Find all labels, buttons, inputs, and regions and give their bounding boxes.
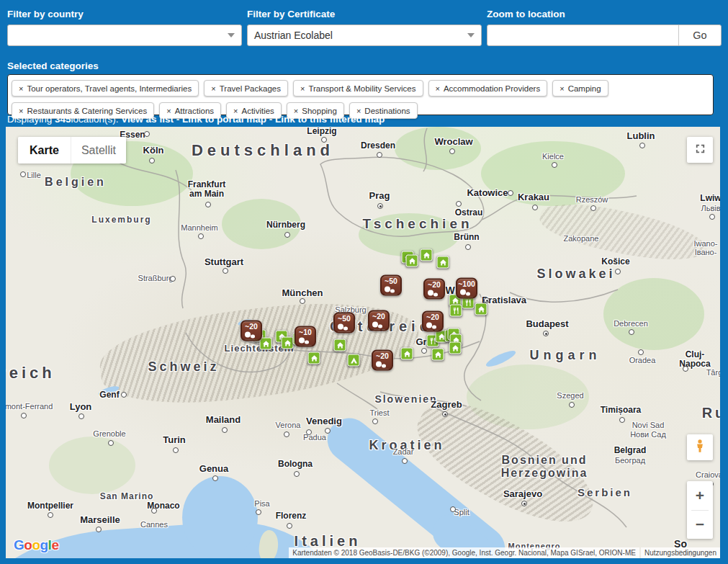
- city-dot-marker: [212, 475, 218, 481]
- country-label: Tschechien: [362, 216, 472, 231]
- town-label: Mannheim: [181, 223, 217, 232]
- city-dot-marker: [170, 276, 176, 282]
- city-label: Budapest: [526, 319, 568, 330]
- google-logo-letter: o: [32, 537, 40, 552]
- remove-icon[interactable]: ×: [300, 84, 305, 93]
- city-label: Belgrad: [614, 446, 647, 455]
- house-marker[interactable]: [401, 348, 413, 360]
- cluster-marker[interactable]: ~50: [333, 313, 355, 334]
- house-marker[interactable]: [421, 249, 433, 261]
- filter-certificate-label: Filter by Certificate: [247, 9, 482, 19]
- country-select[interactable]: [7, 24, 242, 46]
- house-icon: [283, 339, 292, 347]
- cluster-count: ~50: [335, 314, 354, 323]
- city-dot-marker: [223, 268, 228, 274]
- town-label: Београд: [615, 456, 645, 465]
- house-marker[interactable]: [406, 255, 418, 267]
- city-label: Lyon: [70, 402, 92, 413]
- city-dot-marker: [21, 413, 27, 418]
- house-marker[interactable]: [437, 256, 449, 269]
- restaurant-marker[interactable]: [450, 305, 462, 317]
- link-separator: -: [266, 114, 275, 125]
- map-type-satellit-button[interactable]: Satellit: [71, 137, 126, 164]
- chevron-down-icon: [228, 33, 235, 37]
- city-dot-marker: [508, 190, 513, 196]
- category-chip-label: Tour operators, Travel agents, Intermedi…: [27, 84, 192, 93]
- country-label: reich: [6, 364, 55, 382]
- cluster-marker[interactable]: ~20: [241, 321, 262, 341]
- remove-icon[interactable]: ×: [560, 84, 564, 93]
- category-chip[interactable]: ×Tour operators, Travel agents, Intermed…: [12, 80, 199, 97]
- house-marker[interactable]: [282, 337, 294, 349]
- town-label: Iwano-: [693, 239, 717, 248]
- google-logo[interactable]: Google: [14, 537, 58, 553]
- town-label: Târgu: [706, 368, 720, 377]
- house-marker[interactable]: [308, 352, 320, 364]
- category-chip[interactable]: ×Camping: [552, 80, 608, 97]
- chevron-down-icon: [467, 33, 475, 37]
- category-chip[interactable]: ×Accommodation Providers: [428, 80, 548, 97]
- go-button[interactable]: Go: [678, 25, 721, 45]
- city-dot-marker: [465, 244, 471, 250]
- certificate-select[interactable]: Austrian Ecolabel: [247, 24, 482, 46]
- remove-icon[interactable]: ×: [436, 84, 440, 93]
- town-label: Split: [454, 508, 469, 516]
- cluster-marker[interactable]: ~20: [423, 279, 445, 300]
- city-dot-marker: [287, 523, 292, 529]
- zoom-in-button[interactable]: +: [687, 481, 713, 510]
- filter-zoom-to-location: Zoom to location Go: [487, 9, 722, 46]
- city-label: Sarajevo: [503, 489, 542, 500]
- city-dot-marker: [456, 201, 462, 207]
- map-type-karte-button[interactable]: Karte: [18, 137, 71, 164]
- house-marker[interactable]: [334, 339, 346, 352]
- city-label: Frankfurt am Main: [188, 180, 226, 200]
- house-marker[interactable]: [432, 349, 444, 361]
- house-marker[interactable]: [260, 338, 272, 350]
- city-dot-marker: [372, 418, 378, 424]
- terms-link[interactable]: Nutzungsbedingungen: [641, 547, 720, 558]
- street-view-pegman-button[interactable]: [687, 434, 713, 460]
- town-label: Grenoble: [93, 429, 125, 438]
- selected-categories-label: Selected categories: [7, 61, 99, 71]
- filtered-map-link[interactable]: Link to this filtered map: [275, 114, 385, 125]
- category-chip[interactable]: ×Transport & Mobility Services: [293, 80, 423, 97]
- town-label: Cannes: [140, 520, 168, 529]
- town-label: Львів: [701, 204, 720, 212]
- fullscreen-button[interactable]: [687, 137, 713, 163]
- cluster-marker[interactable]: ~100: [456, 278, 477, 299]
- remove-icon[interactable]: ×: [19, 84, 23, 93]
- town-label: Straßburg: [138, 274, 174, 282]
- city-label: Marseille: [80, 515, 120, 526]
- country-label: Ungarn: [530, 348, 601, 362]
- city-dot-marker: [144, 131, 150, 137]
- house-icon: [310, 354, 318, 362]
- house-icon: [403, 349, 411, 358]
- city-label: Krakau: [518, 192, 549, 203]
- zoom-out-button[interactable]: −: [687, 511, 713, 540]
- cluster-marker[interactable]: ~20: [372, 350, 393, 371]
- remove-icon[interactable]: ×: [211, 84, 215, 93]
- view-as-list-link[interactable]: View as list: [121, 114, 174, 125]
- city-dot-marker: [284, 232, 290, 238]
- house-icon: [422, 251, 431, 259]
- house-marker[interactable]: [475, 303, 487, 315]
- cluster-marker[interactable]: ~10: [295, 326, 316, 347]
- map[interactable]: Karte Satellit + − Google Kartendaten © …: [6, 127, 720, 558]
- city-dot-marker: [421, 348, 427, 354]
- category-chip-label: Transport & Mobility Services: [308, 84, 415, 93]
- house-marker[interactable]: [449, 342, 462, 354]
- city-dot-marker: [173, 447, 179, 453]
- location-input[interactable]: [487, 25, 678, 45]
- portal-map-link[interactable]: Link to portal map: [182, 114, 266, 125]
- house-icon: [433, 350, 442, 359]
- camp-marker[interactable]: [348, 354, 360, 367]
- town-label: Pisa: [254, 499, 269, 508]
- camp-icon: [349, 356, 358, 364]
- cluster-marker[interactable]: ~20: [368, 310, 390, 331]
- category-chip[interactable]: ×Travel Packages: [204, 80, 288, 97]
- cluster-count: ~20: [369, 312, 388, 321]
- city-label: Florenz: [276, 511, 307, 521]
- cluster-marker[interactable]: ~20: [422, 311, 444, 332]
- map-type-control: Karte Satellit: [18, 137, 126, 164]
- cluster-marker[interactable]: ~50: [380, 275, 402, 296]
